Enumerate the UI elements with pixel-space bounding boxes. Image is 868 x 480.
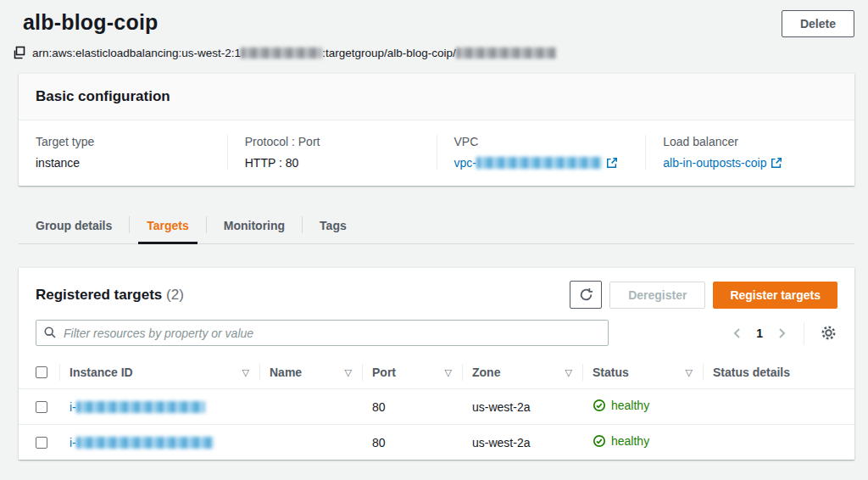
page-header: alb-blog-coip Delete xyxy=(19,10,854,37)
field-label: Target type xyxy=(36,135,210,148)
column-label: Status xyxy=(593,366,629,379)
copy-icon[interactable] xyxy=(13,46,26,59)
instance-id-link[interactable]: i- xyxy=(70,436,214,449)
basic-configuration-card: Basic configuration Target type instance… xyxy=(19,73,854,186)
arn-prefix: arn:aws:elasticloadbalancing:us-west-2:1 xyxy=(32,47,241,59)
column-label: Instance ID xyxy=(70,366,133,379)
cell-name xyxy=(259,389,362,425)
search-icon xyxy=(43,326,57,342)
instance-id-link[interactable]: i- xyxy=(70,400,205,414)
registered-targets-header: Registered targets (2) Deregister Regist… xyxy=(19,281,854,309)
cell-zone: us-west-2a xyxy=(462,389,582,425)
row-checkbox[interactable] xyxy=(36,401,47,413)
status-badge: healthy xyxy=(593,399,649,412)
settings-gear-icon[interactable] xyxy=(820,324,837,342)
filter-input[interactable] xyxy=(36,320,609,346)
column-label: Zone xyxy=(472,366,500,379)
field-value: instance xyxy=(36,156,210,170)
field-label: VPC xyxy=(454,135,629,148)
field-protocol-port: Protocol : Port HTTP : 80 xyxy=(227,135,437,170)
arn-text: arn:aws:elasticloadbalancing:us-west-2:1… xyxy=(32,47,556,59)
refresh-button[interactable] xyxy=(570,281,602,309)
select-all-checkbox[interactable] xyxy=(36,366,47,378)
table-toolbar: 1 xyxy=(19,320,854,346)
column-status: Status▽ xyxy=(582,356,703,389)
cell-name xyxy=(259,425,362,460)
tab-targets[interactable]: Targets xyxy=(130,211,206,243)
chevron-right-icon[interactable] xyxy=(775,327,788,340)
status-text: healthy xyxy=(611,399,649,412)
instance-id-prefix: i- xyxy=(70,400,76,414)
healthy-check-icon xyxy=(593,434,606,448)
table-row: i- 80 us-west-2a healthy xyxy=(19,389,854,425)
chevron-left-icon[interactable] xyxy=(731,327,744,340)
cell-port: 80 xyxy=(362,389,462,425)
registered-targets-count: (2) xyxy=(166,287,184,303)
status-badge: healthy xyxy=(593,434,649,448)
redacted-vpc-id xyxy=(476,157,602,169)
page-title: alb-blog-coip xyxy=(23,10,159,35)
delete-button[interactable]: Delete xyxy=(782,10,854,37)
pagination: 1 xyxy=(731,322,837,344)
column-zone: Zone▽ xyxy=(462,356,582,389)
redacted-targetgroup-id xyxy=(456,47,556,59)
basic-configuration-header: Basic configuration xyxy=(19,74,854,120)
panel-actions: Deregister Register targets xyxy=(570,281,837,309)
column-instance-id: Instance ID▽ xyxy=(59,356,259,389)
tab-monitoring[interactable]: Monitoring xyxy=(207,211,302,243)
vpc-link[interactable]: vpc- xyxy=(454,156,618,170)
redacted-account-id xyxy=(241,47,322,59)
tab-tags[interactable]: Tags xyxy=(303,211,364,243)
cell-status-details xyxy=(703,389,854,425)
instance-id-prefix: i- xyxy=(70,436,76,449)
field-label: Protocol : Port xyxy=(245,135,420,148)
load-balancer-link[interactable]: alb-in-outposts-coip xyxy=(663,156,782,170)
load-balancer-link-text: alb-in-outposts-coip xyxy=(663,156,766,170)
arn-middle: :targetgroup/alb-blog-coip/ xyxy=(322,47,456,59)
cell-zone: us-west-2a xyxy=(462,425,582,460)
tab-group-details[interactable]: Group details xyxy=(19,211,129,243)
pagination-divider xyxy=(804,322,804,344)
redacted-instance-id xyxy=(76,401,205,413)
sort-icon[interactable]: ▽ xyxy=(445,368,452,377)
basic-configuration-body: Target type instance Protocol : Port HTT… xyxy=(19,120,854,186)
field-vpc: VPC vpc- xyxy=(437,135,646,170)
column-name: Name▽ xyxy=(259,356,362,389)
sort-icon[interactable]: ▽ xyxy=(345,368,352,377)
table-row: i- 80 us-west-2a healthy xyxy=(19,425,854,460)
field-target-type: Target type instance xyxy=(19,135,227,170)
basic-configuration-title: Basic configuration xyxy=(36,88,837,105)
column-port: Port▽ xyxy=(362,356,462,389)
arn-line: arn:aws:elasticloadbalancing:us-west-2:1… xyxy=(13,46,854,59)
redacted-instance-id xyxy=(76,437,214,449)
healthy-check-icon xyxy=(593,399,606,412)
page-number[interactable]: 1 xyxy=(756,327,763,340)
registered-targets-card: Registered targets (2) Deregister Regist… xyxy=(19,267,854,460)
external-link-icon xyxy=(771,157,782,169)
field-value: HTTP : 80 xyxy=(245,156,420,170)
filter-field xyxy=(36,320,609,346)
cell-port: 80 xyxy=(362,425,462,460)
row-checkbox[interactable] xyxy=(36,437,47,449)
deregister-button[interactable]: Deregister xyxy=(609,282,705,309)
column-status-details: Status details xyxy=(703,356,854,389)
external-link-icon xyxy=(606,157,618,169)
column-label: Port xyxy=(372,366,396,379)
sort-icon[interactable]: ▽ xyxy=(242,368,249,377)
tab-bar: Group details Targets Monitoring Tags xyxy=(19,211,854,244)
sort-icon[interactable]: ▽ xyxy=(686,368,693,377)
status-text: healthy xyxy=(611,434,649,448)
refresh-icon xyxy=(579,287,593,302)
vpc-link-prefix: vpc- xyxy=(454,156,476,170)
column-label: Name xyxy=(270,366,302,379)
register-targets-button[interactable]: Register targets xyxy=(713,282,837,309)
registered-targets-title: Registered targets (2) xyxy=(36,287,184,304)
targets-table: Instance ID▽ Name▽ Port▽ Zone▽ Status▽ S… xyxy=(19,356,854,460)
table-header-row: Instance ID▽ Name▽ Port▽ Zone▽ Status▽ S… xyxy=(19,356,854,389)
column-label: Status details xyxy=(713,366,790,379)
sort-icon[interactable]: ▽ xyxy=(565,368,572,377)
target-group-page: alb-blog-coip Delete arn:aws:elasticload… xyxy=(0,0,868,480)
field-label: Load balancer xyxy=(663,135,837,148)
cell-status-details xyxy=(703,425,854,460)
field-load-balancer: Load balancer alb-in-outposts-coip xyxy=(645,135,854,170)
